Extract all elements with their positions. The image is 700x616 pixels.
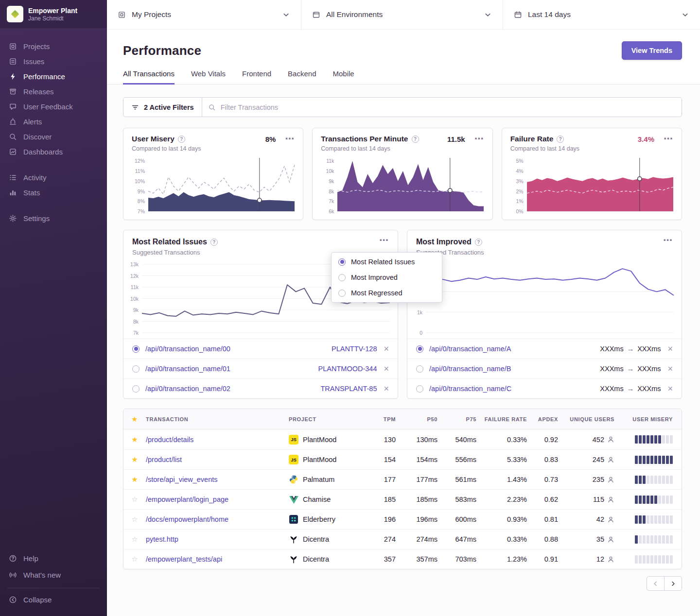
key-transaction-column-icon: ★	[123, 415, 146, 424]
issue-link[interactable]: TRANSPLANT-85	[320, 385, 377, 393]
star-toggle[interactable]: ☆	[123, 555, 146, 564]
column-header-project[interactable]: PROJECT	[289, 416, 368, 422]
date-range-selector[interactable]: Last 14 days	[503, 0, 700, 29]
star-toggle[interactable]: ★	[123, 435, 146, 444]
column-header-p50[interactable]: P50	[397, 416, 438, 422]
y-tick-label: 12k	[130, 273, 139, 279]
pagination-next-button[interactable]	[664, 576, 682, 591]
star-toggle[interactable]: ☆	[123, 495, 146, 504]
project-selector[interactable]: My Projects	[107, 0, 301, 29]
column-header-apdex[interactable]: APDEX	[528, 416, 559, 422]
menu-option-most-related-issues[interactable]: Most Related Issues	[332, 254, 442, 270]
p75-value: 540ms	[438, 436, 477, 444]
issue-link[interactable]: PLANTTV-128	[332, 345, 377, 353]
transaction-link[interactable]: /api/0/transaction_name/C	[429, 385, 511, 393]
tab-all-transactions[interactable]: All Transactions	[123, 69, 175, 85]
radio-button[interactable]	[132, 345, 140, 353]
radio-button[interactable]	[132, 385, 140, 393]
tab-web-vitals[interactable]: Web Vitals	[191, 69, 226, 85]
help-icon[interactable]: ?	[178, 136, 185, 143]
sidebar-item-help[interactable]: Help	[0, 550, 107, 566]
y-tick-label: 8%	[138, 198, 145, 204]
ellipsis-menu-icon[interactable]: ⋯	[379, 238, 389, 243]
close-icon[interactable]: ×	[667, 344, 673, 353]
tab-mobile[interactable]: Mobile	[332, 69, 354, 85]
column-header-p75[interactable]: P75	[438, 416, 477, 422]
sidebar-item-activity[interactable]: Activity	[0, 170, 107, 185]
star-toggle[interactable]: ☆	[123, 515, 146, 524]
sidebar-item-feedback[interactable]: User Feedback	[0, 99, 107, 114]
radio-button[interactable]	[416, 345, 423, 353]
sidebar-nav-primary: ProjectsIssuesPerformanceReleasesUser Fe…	[0, 28, 107, 159]
menu-option-most-improved[interactable]: Most Improved	[332, 270, 442, 285]
ellipsis-menu-icon[interactable]: ⋯	[663, 238, 673, 243]
column-header-unique-users[interactable]: UNIQUE USERS	[559, 416, 615, 422]
sidebar-item-settings[interactable]: Settings	[0, 211, 107, 226]
table-header-row: ★TRANSACTIONPROJECTTPMP50P75FAILURE RATE…	[123, 409, 682, 429]
menu-option-most-regressed[interactable]: Most Regressed	[332, 285, 442, 301]
close-icon[interactable]: ×	[667, 364, 673, 373]
close-icon[interactable]: ×	[384, 344, 389, 353]
star-toggle[interactable]: ★	[123, 475, 146, 484]
menu-option-label: Most Related Issues	[351, 258, 415, 266]
transaction-link[interactable]: /empowerplant/login_page	[146, 496, 228, 503]
issue-link[interactable]: PLANTMOOD-344	[318, 365, 377, 373]
transaction-link[interactable]: /docs/empowerplant/home	[146, 515, 228, 523]
radio-button[interactable]	[416, 365, 423, 373]
sidebar-item-projects[interactable]: Projects	[0, 39, 107, 54]
sidebar-item-collapse[interactable]: Collapse	[7, 592, 100, 607]
transaction-link[interactable]: /product/list	[146, 456, 182, 463]
column-header-user-misery[interactable]: USER MISERY	[615, 416, 682, 422]
duration-after: XXXms	[637, 385, 661, 393]
apdex-value: 0.91	[528, 555, 559, 563]
sidebar-item-stats[interactable]: Stats	[0, 185, 107, 200]
column-header-tpm[interactable]: TPM	[368, 416, 397, 422]
transaction-link[interactable]: pytest.http	[146, 535, 178, 543]
help-icon	[8, 554, 17, 563]
sidebar-item-whatsnew[interactable]: What's new	[0, 566, 107, 583]
ellipsis-menu-icon[interactable]: ⋯	[664, 136, 673, 141]
help-icon[interactable]: ?	[412, 136, 419, 143]
sidebar-item-issues[interactable]: Issues	[0, 54, 107, 69]
transaction-link[interactable]: /api/0/transaction_name/A	[429, 345, 511, 353]
close-icon[interactable]: ×	[384, 364, 389, 373]
star-toggle[interactable]: ★	[123, 455, 146, 464]
transaction-link[interactable]: /api/0/transaction_name/02	[145, 385, 230, 393]
tab-backend[interactable]: Backend	[288, 69, 316, 85]
sidebar-item-dashboards[interactable]: Dashboards	[0, 144, 107, 159]
pagination-prev-button[interactable]	[647, 576, 665, 591]
transaction-link[interactable]: /empowerplant_tests/api	[146, 555, 222, 563]
table-body: ★ /product/details JSPlantMood 130 130ms…	[123, 429, 682, 569]
tab-frontend[interactable]: Frontend	[242, 69, 271, 85]
help-icon[interactable]: ?	[557, 136, 564, 143]
filter-transactions-input[interactable]	[202, 97, 682, 117]
sidebar-item-releases[interactable]: Releases	[0, 84, 107, 99]
ellipsis-menu-icon[interactable]: ⋯	[474, 136, 484, 141]
sidebar-item-discover[interactable]: Discover	[0, 129, 107, 144]
sidebar-item-alerts[interactable]: Alerts	[0, 114, 107, 129]
ellipsis-menu-icon[interactable]: ⋯	[285, 136, 295, 141]
transaction-link[interactable]: /api/0/transaction_name/00	[145, 345, 230, 353]
active-filters-button[interactable]: 2 Active Filters	[123, 97, 202, 117]
radio-button[interactable]	[416, 385, 423, 393]
environment-selector[interactable]: All Environments	[301, 0, 503, 29]
close-icon[interactable]: ×	[384, 384, 389, 393]
help-icon[interactable]: ?	[210, 239, 218, 246]
transaction-link[interactable]: /api/0/transaction_name/01	[145, 365, 230, 373]
transaction-link[interactable]: /store/api_view_events	[146, 476, 218, 483]
sidebar: Empower Plant Jane Schmidt ProjectsIssue…	[0, 0, 107, 616]
view-trends-button[interactable]: View Trends	[622, 41, 682, 60]
python-project-icon	[289, 475, 298, 484]
org-switcher[interactable]: Empower Plant Jane Schmidt	[0, 0, 107, 28]
p75-value: 561ms	[438, 476, 477, 483]
table-row: ☆ /empowerplant/login_page Chamise 185 1…	[123, 489, 682, 509]
radio-button[interactable]	[132, 365, 140, 373]
star-toggle[interactable]: ☆	[123, 535, 146, 544]
close-icon[interactable]: ×	[667, 384, 673, 393]
sidebar-item-performance[interactable]: Performance	[0, 69, 107, 84]
column-header-transaction[interactable]: TRANSACTION	[146, 416, 289, 422]
transaction-link[interactable]: /product/details	[146, 436, 193, 444]
column-header-failure-rate[interactable]: FAILURE RATE	[477, 416, 528, 422]
help-icon[interactable]: ?	[475, 239, 482, 246]
transaction-link[interactable]: /api/0/transaction_name/B	[429, 365, 511, 373]
